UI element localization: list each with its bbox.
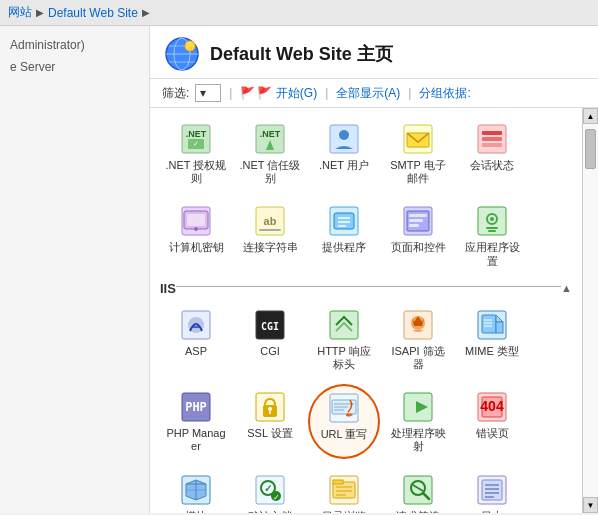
icon-app-settings[interactable]: 应用程序设置 <box>456 198 528 272</box>
url-rewrite-icon: ✏ <box>328 392 360 424</box>
icon-ssl[interactable]: SSL 设置 <box>234 384 306 458</box>
icon-php[interactable]: PHP PHP Manager <box>160 384 232 458</box>
connect-str-icon: ab <box>254 205 286 237</box>
iis-icons-grid2: PHP PHP Manager <box>160 384 572 458</box>
scroll-track[interactable] <box>583 124 598 497</box>
icon-url-rewrite[interactable]: ✏ URL 重写 <box>308 384 380 458</box>
icon-net-trust[interactable]: .NET .NET 信任级别 <box>234 116 306 190</box>
svg-rect-36 <box>409 214 427 217</box>
icon-isapi[interactable]: ISAPI 筛选器 <box>382 302 454 376</box>
filter-dropdown[interactable]: ▾ <box>195 84 221 102</box>
icon-mime[interactable]: MIME 类型 <box>456 302 528 376</box>
icon-module[interactable]: 模块 <box>160 467 232 514</box>
machine-key-icon <box>180 205 212 237</box>
iis-collapse-btn[interactable]: ▲ <box>561 282 572 294</box>
svg-rect-42 <box>486 227 498 229</box>
scroll-thumb[interactable] <box>585 129 596 169</box>
icon-cgi[interactable]: CGI CGI <box>234 302 306 376</box>
machine-key-label: 计算机密钥 <box>169 241 224 254</box>
svg-rect-24 <box>187 214 205 226</box>
start-button[interactable]: 🚩 🚩 开始(G) <box>240 85 317 102</box>
icon-req-filter[interactable]: 请求筛选 <box>382 467 454 514</box>
ssl-icon <box>254 391 286 423</box>
provider-icon <box>328 205 360 237</box>
icon-provider[interactable]: 提供程序 <box>308 198 380 272</box>
isapi-label: ISAPI 筛选器 <box>387 345 449 371</box>
svg-point-25 <box>194 227 198 231</box>
icon-error-page[interactable]: 404 错误页 <box>456 384 528 458</box>
smtp-icon <box>402 123 434 155</box>
icon-asp[interactable]: ASP <box>160 302 232 376</box>
svg-text:✏: ✏ <box>346 411 354 420</box>
icon-log[interactable]: 日志 <box>456 467 528 514</box>
icon-smtp[interactable]: SMTP 电子邮件 <box>382 116 454 190</box>
svg-rect-37 <box>409 219 423 222</box>
http-resp-label: HTTP 响应标头 <box>313 345 375 371</box>
svg-point-41 <box>490 217 494 221</box>
svg-point-64 <box>268 407 272 411</box>
app-settings-icon <box>476 205 508 237</box>
asp-icon <box>180 309 212 341</box>
toolbar-sep3: | <box>408 86 411 100</box>
net-user-label: .NET 用户 <box>319 159 369 172</box>
iis-icons-grid3: 模块 ✓ ✓ 默认文档 <box>160 467 572 514</box>
toolbar-sep2: | <box>325 86 328 100</box>
group-button[interactable]: 分组依据: <box>419 85 470 102</box>
handler-icon <box>402 391 434 423</box>
svg-rect-19 <box>482 131 502 135</box>
svg-rect-21 <box>482 143 502 147</box>
icon-default-doc[interactable]: ✓ ✓ 默认文档 <box>234 467 306 514</box>
log-label: 日志 <box>481 510 503 514</box>
breadcrumb-website[interactable]: Default Web Site <box>48 6 138 20</box>
left-item-admin[interactable]: Administrator) <box>0 34 149 56</box>
breadcrumb-site[interactable]: 网站 <box>8 4 32 21</box>
page-title: Default Web Site 主页 <box>210 42 393 66</box>
svg-text:✓: ✓ <box>273 492 280 501</box>
aspnet-icons-grid2: 计算机密钥 ab 连接字符串 <box>160 198 572 272</box>
content-header: ⚡ Default Web Site 主页 <box>150 26 598 79</box>
svg-rect-49 <box>330 311 358 339</box>
php-label: PHP Manager <box>165 427 227 453</box>
main-content: ⚡ Default Web Site 主页 筛选: ▾ | 🚩 🚩 开始(G) … <box>150 26 598 513</box>
session-label: 会话状态 <box>470 159 514 172</box>
icon-handler[interactable]: 处理程序映射 <box>382 384 454 458</box>
left-item-server[interactable]: e Server <box>0 56 149 78</box>
svg-text:⚡: ⚡ <box>187 44 195 52</box>
handler-label: 处理程序映射 <box>387 427 449 453</box>
globe-icon: ⚡ <box>164 36 200 72</box>
net-trust-icon: .NET <box>254 123 286 155</box>
net-auth-icon: .NET ✓ <box>180 123 212 155</box>
scroll-up-btn[interactable]: ▲ <box>583 108 598 124</box>
ssl-label: SSL 设置 <box>247 427 292 440</box>
iis-icons-grid: ASP CGI CGI <box>160 302 572 376</box>
cgi-icon: CGI <box>254 309 286 341</box>
cgi-label: CGI <box>260 345 280 358</box>
icon-connect-str[interactable]: ab 连接字符串 <box>234 198 306 272</box>
svg-text:.NET: .NET <box>186 129 207 139</box>
net-user-icon <box>328 123 360 155</box>
icon-dir-browse[interactable]: 目录浏览 <box>308 467 380 514</box>
svg-rect-28 <box>259 229 281 231</box>
page-ctrl-icon <box>402 205 434 237</box>
mime-icon <box>476 309 508 341</box>
php-icon: PHP <box>180 391 212 423</box>
icon-net-auth[interactable]: .NET ✓ .NET 授权规则 <box>160 116 232 190</box>
view-all-button[interactable]: 全部显示(A) <box>336 85 400 102</box>
scrollbar[interactable]: ▲ ▼ <box>582 108 598 513</box>
error-page-label: 错误页 <box>476 427 509 440</box>
icon-net-user[interactable]: .NET 用户 <box>308 116 380 190</box>
default-doc-label: 默认文档 <box>248 510 292 514</box>
asp-label: ASP <box>185 345 207 358</box>
app-settings-label: 应用程序设置 <box>461 241 523 267</box>
dir-browse-icon <box>328 474 360 506</box>
module-icon <box>180 474 212 506</box>
scroll-down-btn[interactable]: ▼ <box>583 497 598 513</box>
aspnet-icons-grid: .NET ✓ .NET 授权规则 .NET <box>160 116 572 190</box>
breadcrumb-arrow2: ▶ <box>142 7 150 18</box>
svg-text:PHP: PHP <box>185 400 207 414</box>
dir-browse-label: 目录浏览 <box>322 510 366 514</box>
icon-session[interactable]: 会话状态 <box>456 116 528 190</box>
icon-page-ctrl[interactable]: 页面和控件 <box>382 198 454 272</box>
icon-machine-key[interactable]: 计算机密钥 <box>160 198 232 272</box>
icon-http-resp[interactable]: HTTP 响应标头 <box>308 302 380 376</box>
